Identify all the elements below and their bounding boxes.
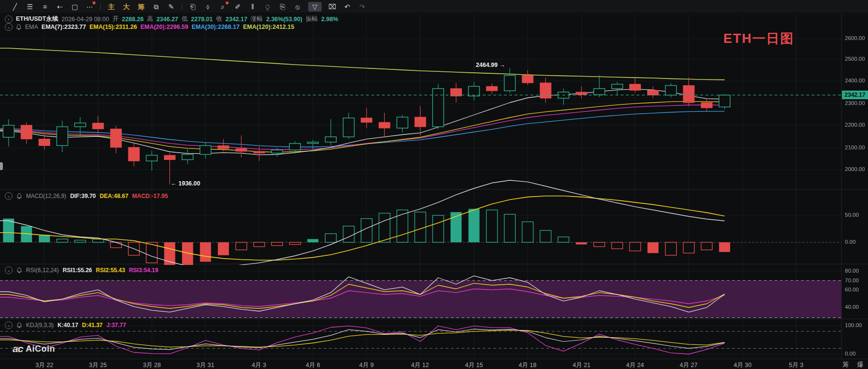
right-axis-tick: 2400.00: [845, 78, 865, 83]
brush-dots-icon[interactable]: ⋯: [85, 2, 94, 12]
x-axis-tick: 5月 3: [789, 361, 803, 369]
bookmark-icon[interactable]: ⎗: [189, 2, 197, 12]
ema15-value: EMA(15):2311.26: [90, 24, 137, 30]
high-value: 2346.27: [156, 16, 178, 23]
macd-value: MACD:-17.95: [132, 193, 168, 199]
x-axis-tick: 4月 9: [359, 361, 374, 369]
x-axis-tick: 4月 15: [465, 361, 483, 369]
left-scroll-handle[interactable]: [0, 162, 3, 170]
ema-name: EMA: [25, 24, 38, 30]
collapse-kdj-chevron-icon[interactable]: ⌄: [5, 321, 13, 329]
trash-icon[interactable]: ⌧: [328, 2, 337, 12]
x-axis-tick: 3月 25: [89, 361, 107, 369]
right-axis-tick: 40.00: [845, 304, 859, 310]
note-edit-icon[interactable]: ⎘: [278, 2, 287, 12]
right-axis-tick: 2600.00: [845, 35, 865, 41]
change-label: 涨幅: [251, 15, 263, 23]
open-value: 2288.26: [122, 16, 144, 23]
kdj-alert-bell-icon[interactable]: [16, 322, 22, 329]
zoom-search-icon[interactable]: ⌕: [218, 2, 227, 12]
collapse-rsi-chevron-icon[interactable]: ⌄: [5, 266, 13, 274]
ema-alert-bell-icon[interactable]: [16, 24, 22, 30]
lock-icon[interactable]: ⍜: [263, 2, 272, 12]
macd-legend-bar: ⌄ MACD(12,26,9) DIF:39.70 DEA:48.67 MACD…: [5, 192, 168, 200]
x-axis-tick: 4月 18: [519, 361, 537, 369]
last-price-badge: 2342.17: [842, 91, 868, 99]
main-chart-button[interactable]: 主: [107, 2, 116, 12]
toolbar-divider: [182, 3, 182, 10]
close-value: 2342.17: [226, 16, 247, 23]
aicoin-chart-app: ╱☰≡⇠▢⋯主大筹⧉✎⎗⬨⌕✐‖⍜⎘⦸▽⌧↶↷ ⌄ ETH/USDT永续 202…: [0, 0, 868, 369]
close-label: 收: [216, 15, 222, 23]
kdj-name: KDJ(9,3,3): [26, 322, 54, 329]
change-value: 2.36%(53.90): [266, 16, 302, 23]
undo-icon[interactable]: ↶: [343, 2, 352, 12]
redo-icon[interactable]: ↷: [358, 2, 366, 12]
right-axis-tick: 70.00: [845, 277, 859, 283]
ema7-value: EMA(7):2323.77: [41, 24, 86, 30]
rsi3-value: RSI3:54.19: [129, 267, 158, 274]
logo-text: AiCoin: [26, 344, 55, 354]
rsi1-value: RSI1:55.26: [63, 267, 92, 274]
aicoin-logo: ac ⌁ AiCoin: [13, 343, 55, 355]
low-price-annotation: ← 1936.00: [171, 180, 200, 187]
pen-add-icon[interactable]: ✎: [167, 2, 176, 12]
x-axis-tick: 4月 6: [306, 361, 320, 369]
j-value: J:37.77: [107, 322, 126, 329]
macd-name: MACD(12,26,9): [26, 193, 66, 199]
rect-tool-icon[interactable]: ▢: [70, 2, 79, 12]
right-axis-tick: 2200.00: [845, 122, 865, 128]
draw-line-icon[interactable]: ╱: [11, 2, 19, 12]
link-tag-icon[interactable]: ⦸: [293, 2, 302, 12]
amplitude-value: 2.98%: [321, 16, 338, 23]
indicator-list-icon[interactable]: ≡: [41, 2, 49, 12]
edit-pen-icon[interactable]: ✐: [233, 2, 242, 12]
bar-datetime: 2026-04-29 08:00: [62, 16, 109, 23]
rsi-alert-bell-icon[interactable]: [16, 267, 22, 274]
filter-icon[interactable]: ▽: [308, 2, 322, 12]
ema30-value: EMA(30):2268.17: [192, 24, 240, 30]
ema20-value: EMA(20):2296.59: [140, 24, 188, 30]
flip-compare-icon[interactable]: ⧉: [152, 2, 161, 12]
dif-value: DIF:39.70: [70, 193, 95, 199]
notification-dot: [226, 1, 229, 4]
x-axis-tick: 4月 3: [252, 361, 266, 369]
right-axis-tick: 0.00: [845, 351, 855, 356]
collapse-symbol-chevron-icon[interactable]: ⌄: [5, 15, 13, 23]
x-axis-tick: 4月 27: [680, 361, 698, 369]
right-axis-tick: 2100.00: [845, 145, 865, 150]
x-axis-tick: 4月 30: [734, 361, 752, 369]
layout-rows-icon[interactable]: ☰: [26, 2, 34, 12]
symbol-info-bar: ⌄ ETH/USDT永续 2026-04-29 08:00 开 2288.26 …: [5, 15, 338, 23]
x-axis-tick: 3月 28: [143, 361, 161, 369]
right-axis-tick: 60.00: [845, 287, 859, 292]
logo-spark-icon: ⌁: [16, 343, 20, 351]
high-label: 高: [147, 15, 153, 23]
right-axis-tick: 2300.00: [845, 100, 865, 106]
collapse-ema-chevron-icon[interactable]: ⌄: [5, 23, 13, 31]
ema120-value: EMA(120):2412.15: [243, 24, 294, 30]
rsi-name: RSI(6,12,24): [26, 267, 59, 274]
high-price-annotation: 2464.99 →: [453, 62, 505, 68]
amplitude-label: 振幅: [306, 15, 318, 23]
cursor-arrow-icon[interactable]: ⇠: [55, 2, 64, 12]
tag-icon[interactable]: ⬨: [203, 2, 212, 12]
x-axis-tick: 4月 12: [411, 361, 429, 369]
kline-chart-canvas[interactable]: [0, 0, 868, 369]
large-view-button[interactable]: 大: [122, 2, 131, 12]
rsi-legend-bar: ⌄ RSI(6,12,24) RSI1:55.26 RSI2:55.43 RSI…: [5, 266, 158, 274]
right-axis-tick: 80.00: [845, 268, 859, 274]
collapse-macd-chevron-icon[interactable]: ⌄: [5, 192, 13, 200]
right-axis-tick: 50.00: [845, 212, 859, 218]
x-axis-tick: 3月 22: [36, 361, 54, 369]
open-label: 开: [112, 15, 119, 23]
macd-alert-bell-icon[interactable]: [16, 193, 22, 199]
k-value: K:40.17: [57, 322, 78, 329]
low-label: 低: [182, 15, 188, 23]
kline-compare-icon[interactable]: ‖: [248, 2, 257, 12]
sidebar-tabs-label[interactable]: 筹 爆: [842, 360, 867, 369]
x-axis-tick: 3月 31: [197, 361, 215, 369]
chips-button[interactable]: 筹: [137, 2, 146, 12]
toolbar: ╱☰≡⇠▢⋯主大筹⧉✎⎗⬨⌕✐‖⍜⎘⦸▽⌧↶↷: [0, 0, 868, 13]
rsi2-value: RSI2:55.43: [96, 267, 125, 274]
